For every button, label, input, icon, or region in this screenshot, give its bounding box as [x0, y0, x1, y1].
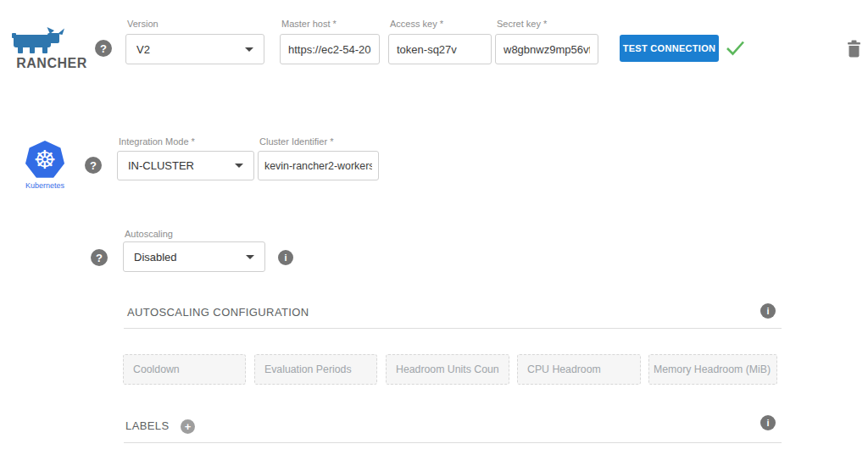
integration-mode-select[interactable]: IN-CLUSTER	[117, 151, 254, 180]
kubernetes-logo-text: Kubernetes	[19, 181, 71, 190]
delete-integration-trash-icon[interactable]	[847, 40, 861, 58]
cluster-identifier-label: Cluster Identifier *	[259, 136, 333, 147]
chevron-down-icon	[246, 255, 254, 259]
test-connection-button[interactable]: TEST CONNECTION	[620, 35, 719, 62]
autoscaling-label: Autoscaling	[125, 229, 173, 239]
integration-settings-page: RANCHER ? Version V2 Master host * Acces…	[0, 0, 868, 466]
autoscaling-configuration-title: AUTOSCALING CONFIGURATION	[127, 306, 309, 319]
rancher-logo: RANCHER	[12, 25, 92, 71]
cpu-headroom-input[interactable]	[517, 354, 641, 385]
chevron-down-icon	[235, 164, 243, 168]
add-label-button[interactable]: +	[181, 419, 195, 434]
cooldown-input[interactable]	[123, 354, 246, 385]
kubernetes-logo: ☸ Kubernetes	[19, 141, 71, 190]
section-divider	[124, 328, 782, 329]
autoscaling-help-icon[interactable]: ?	[91, 249, 108, 266]
master-host-input[interactable]	[280, 34, 380, 64]
autoscaling-select[interactable]: Disabled	[123, 241, 265, 272]
memory-headroom-input[interactable]	[648, 354, 777, 385]
autoscaling-configuration-info-icon[interactable]: i	[760, 303, 776, 319]
kubernetes-help-icon[interactable]: ?	[85, 157, 102, 174]
labels-title: LABELS	[125, 419, 170, 432]
access-key-label: Access key *	[390, 19, 443, 29]
secret-key-input[interactable]	[495, 34, 598, 64]
connection-success-check-icon	[726, 40, 745, 56]
access-key-input[interactable]	[388, 34, 492, 64]
secret-key-label: Secret key *	[497, 19, 547, 29]
rancher-bull-icon	[12, 25, 66, 54]
version-select[interactable]: V2	[125, 34, 264, 64]
section-divider	[124, 442, 782, 443]
cluster-identifier-input[interactable]	[258, 151, 379, 180]
kubernetes-helm-icon: ☸	[25, 141, 64, 179]
integration-mode-label: Integration Mode *	[119, 136, 195, 147]
headroom-units-count-input[interactable]	[386, 354, 509, 385]
autoscaling-info-icon[interactable]: i	[278, 250, 293, 265]
labels-info-icon[interactable]: i	[760, 415, 776, 430]
version-label: Version	[127, 19, 159, 29]
autoscaling-value: Disabled	[134, 251, 177, 264]
rancher-logo-text: RANCHER	[12, 56, 92, 71]
master-host-label: Master host *	[281, 19, 337, 29]
evaluation-periods-input[interactable]	[254, 354, 377, 385]
rancher-help-icon[interactable]: ?	[95, 40, 112, 57]
chevron-down-icon	[245, 47, 253, 52]
integration-mode-value: IN-CLUSTER	[128, 159, 194, 172]
version-value: V2	[136, 43, 150, 56]
